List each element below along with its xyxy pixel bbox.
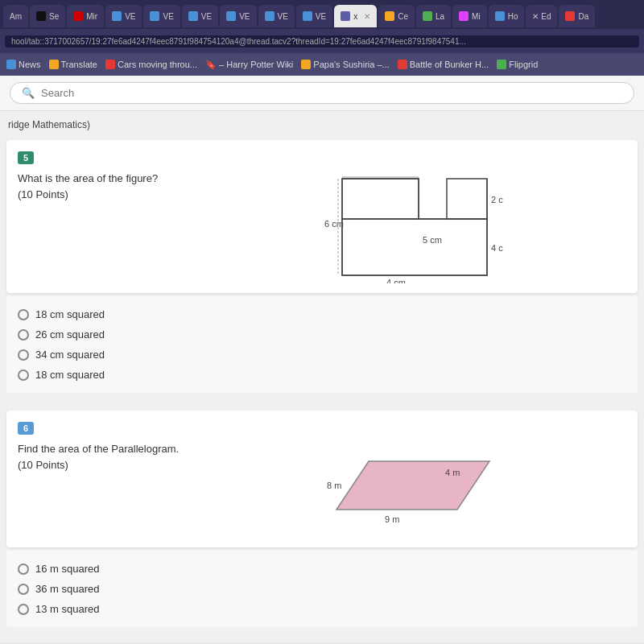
- search-bar[interactable]: 🔍: [10, 82, 634, 104]
- search-input[interactable]: [41, 87, 622, 99]
- svg-marker-0: [342, 179, 487, 275]
- tab-label-mir: Mir: [86, 12, 97, 21]
- radio-q6-1[interactable]: [18, 564, 29, 575]
- option-q6-3[interactable]: 13 m squared: [18, 599, 626, 619]
- svg-rect-2: [342, 219, 487, 275]
- option-q6-1[interactable]: 16 m squared: [18, 559, 626, 579]
- tab-ve5[interactable]: VE: [258, 5, 295, 27]
- tab-da[interactable]: Da: [559, 5, 595, 27]
- bookmark-bunker[interactable]: Battle of Bunker H...: [398, 60, 489, 69]
- bookmark-translate[interactable]: Translate: [49, 60, 97, 69]
- option-q6-2[interactable]: 36 m squared: [18, 579, 626, 599]
- tab-ho[interactable]: Ho: [489, 5, 525, 27]
- bookmark-news[interactable]: News: [6, 60, 41, 69]
- tab-la[interactable]: La: [416, 5, 451, 27]
- radio-q5-1[interactable]: [18, 309, 29, 320]
- radio-q5-4[interactable]: [18, 369, 29, 381]
- breadcrumb: ridge Mathematics): [0, 116, 644, 137]
- svg-text:2 cm: 2 cm: [491, 195, 503, 204]
- tab-icon-active: [341, 11, 350, 21]
- question-6-text-area: Find the area of the Parallelogram. (10 …: [18, 441, 179, 481]
- tab-bar: Am Se Mir VE VE VE VE VE: [0, 0, 644, 29]
- radio-q5-3[interactable]: [18, 349, 29, 361]
- tab-am[interactable]: Am: [3, 5, 28, 27]
- question-5-text: What is the area of the figure? (10 Poin…: [18, 171, 158, 202]
- tab-icon-ve2: [150, 11, 159, 21]
- question-6-text: Find the area of the Parallelogram. (10 …: [18, 441, 179, 473]
- svg-text:5 cm: 5 cm: [423, 235, 442, 245]
- svg-marker-11: [336, 461, 489, 510]
- tab-icon-ve5: [265, 11, 275, 21]
- svg-text:4 cm: 4 cm: [491, 243, 503, 253]
- tab-icon-ho: [495, 11, 505, 21]
- question-5-card: 5 What is the area of the figure? (10 Po…: [6, 140, 638, 293]
- tab-mir[interactable]: Mir: [67, 5, 104, 27]
- question-5-badge: 5: [18, 151, 34, 164]
- question-5-content: What is the area of the figure? (10 Poin…: [18, 171, 626, 283]
- tab-mi[interactable]: Mi: [452, 5, 487, 27]
- tab-ve1[interactable]: VE: [105, 5, 142, 27]
- bookmarks-bar: News Translate Cars moving throu... 🔖 – …: [0, 53, 644, 76]
- tab-icon-ve4: [226, 11, 236, 21]
- tab-ve2[interactable]: VE: [143, 5, 180, 27]
- question-6-badge: 6: [18, 422, 34, 435]
- question-6-options: 16 m squared 36 m squared 13 m squared: [6, 551, 638, 627]
- bookmark-cars-icon: [105, 60, 115, 69]
- bookmark-papas[interactable]: Papa's Sushiria –...: [301, 60, 389, 69]
- address-bar[interactable]: hool/tab::3717002657/19:27fe6ad4247f4eec…: [5, 35, 639, 47]
- tab-ed[interactable]: ✕ Ed: [526, 5, 557, 27]
- bookmark-hp[interactable]: 🔖 – Harry Potter Wiki: [205, 60, 293, 70]
- tab-ve6[interactable]: VE: [296, 5, 332, 27]
- tab-icon-ve3: [188, 11, 198, 21]
- search-icon: 🔍: [22, 87, 35, 99]
- tab-se[interactable]: Se: [30, 5, 65, 27]
- radio-q5-2[interactable]: [18, 329, 29, 341]
- question-5-options: 18 cm squared 26 cm squared 34 cm square…: [6, 296, 638, 393]
- question-6-figure: 8 m 4 m 9 m: [192, 441, 626, 538]
- tab-label-se: Se: [49, 12, 59, 21]
- bookmark-flipgrid-icon: [497, 60, 506, 69]
- bookmark-hp-icon: 🔖: [205, 60, 217, 70]
- svg-text:4 m: 4 m: [445, 468, 460, 477]
- page-content: ridge Mathematics) 5 What is the area of…: [0, 111, 644, 642]
- svg-rect-1: [447, 179, 487, 219]
- divider: [0, 398, 644, 407]
- radio-q6-3[interactable]: [18, 604, 29, 615]
- l-shape-svg: 6 cm 2 cm 5 cm 4 cm 4 cm: [294, 171, 503, 283]
- tab-ve3[interactable]: VE: [182, 5, 218, 27]
- parallelogram-svg: 8 m 4 m 9 m: [304, 453, 514, 526]
- option-q5-3[interactable]: 34 cm squared: [18, 345, 626, 365]
- question-6-card: 6 Find the area of the Parallelogram. (1…: [6, 411, 638, 547]
- svg-text:4 cm: 4 cm: [386, 278, 406, 283]
- bookmark-translate-icon: [49, 60, 59, 69]
- tab-ce[interactable]: Ce: [378, 5, 415, 27]
- option-q5-4[interactable]: 18 cm squared: [18, 365, 626, 385]
- tab-close-icon[interactable]: ✕: [364, 12, 370, 21]
- bookmark-flipgrid[interactable]: Flipgrid: [497, 60, 538, 69]
- tab-ve4[interactable]: VE: [220, 5, 256, 27]
- tab-icon-la: [423, 11, 432, 21]
- tab-icon-mir: [73, 11, 83, 21]
- tab-icon-da: [565, 11, 575, 21]
- option-q5-1[interactable]: 18 cm squared: [18, 304, 626, 324]
- tab-icon-ce: [385, 11, 394, 21]
- bookmark-news-icon: [6, 60, 16, 69]
- search-container: 🔍: [0, 76, 644, 111]
- bookmark-bunker-icon: [398, 60, 407, 69]
- address-bar-row: hool/tab::3717002657/19:27fe6ad4247f4eec…: [0, 29, 644, 53]
- radio-q6-2[interactable]: [18, 584, 29, 595]
- tab-icon-ve1: [112, 11, 122, 21]
- bookmark-papas-icon: [301, 60, 311, 69]
- svg-text:9 m: 9 m: [385, 514, 399, 524]
- bookmark-cars[interactable]: Cars moving throu...: [105, 60, 197, 69]
- svg-text:8 m: 8 m: [327, 481, 341, 490]
- tab-icon-ve6: [303, 11, 312, 21]
- question-6-content: Find the area of the Parallelogram. (10 …: [18, 441, 626, 538]
- option-q5-2[interactable]: 26 cm squared: [18, 324, 626, 345]
- question-5-text-area: What is the area of the figure? (10 Poin…: [18, 171, 158, 210]
- svg-text:6 cm: 6 cm: [324, 219, 344, 229]
- question-5-figure: 6 cm 2 cm 5 cm 4 cm 4 cm: [171, 171, 626, 283]
- tab-active[interactable]: x ✕: [334, 5, 377, 27]
- tab-icon-se: [36, 11, 46, 21]
- svg-rect-3: [342, 179, 419, 219]
